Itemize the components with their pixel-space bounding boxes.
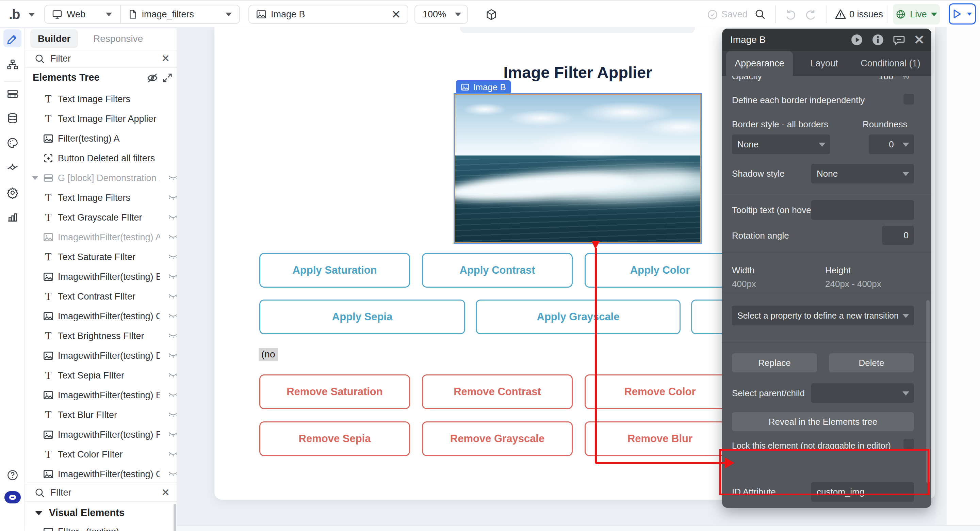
platform-select[interactable]: Web <box>67 9 86 20</box>
apply-button[interactable]: Apply Sepia <box>259 300 465 334</box>
tree-item[interactable]: T ImagewithFilter(testing) F <box>25 425 177 445</box>
apply-button[interactable]: Apply Contrast <box>422 253 573 288</box>
apply-button[interactable]: Apply Grayscale <box>476 300 681 334</box>
replace-button[interactable]: Replace <box>732 353 817 372</box>
apply-button[interactable]: Apply Color <box>585 253 735 288</box>
reveal-button[interactable]: Reveal in the Elements tree <box>732 412 914 431</box>
lock-checkbox[interactable] <box>904 439 914 449</box>
sidebar-item-design[interactable] <box>3 29 21 47</box>
tree-item[interactable]: T Text Grayscale FIlter <box>25 207 177 227</box>
tree-item[interactable]: T Text Image Filter Applier <box>25 109 177 129</box>
clear-filter-icon[interactable]: ✕ <box>161 53 170 64</box>
page-chevron-down-icon[interactable] <box>226 13 232 16</box>
define-border-checkbox[interactable] <box>904 94 914 105</box>
hide-all-eye-icon[interactable] <box>146 72 159 84</box>
partial-palette-item[interactable]: FIlter...(testing) <box>25 526 177 531</box>
avatar[interactable] <box>5 491 21 504</box>
sidebar-item-plugins[interactable] <box>3 158 21 176</box>
closed-eye-icon[interactable] <box>167 192 177 203</box>
sidebar-item-data[interactable] <box>3 109 21 127</box>
tree-item[interactable]: T ImagewithFilter(testing) A <box>25 227 177 247</box>
closed-eye-icon[interactable] <box>167 311 177 321</box>
caret-down-icon[interactable] <box>32 176 38 180</box>
remove-button[interactable]: Remove Saturation <box>259 375 410 409</box>
delete-button[interactable]: Delete <box>829 353 914 372</box>
close-icon[interactable]: ✕ <box>391 8 401 21</box>
roundness-dropdown[interactable]: 0 <box>869 134 914 154</box>
panel-header[interactable]: Image B ✕ <box>722 29 931 51</box>
zoom-selector[interactable]: 100% <box>414 5 468 24</box>
tree-item[interactable]: T Text Contrast FIlter <box>25 287 177 306</box>
tree-item[interactable]: T Text Image Filters <box>25 89 177 109</box>
remove-button[interactable]: Remove Color <box>585 375 735 409</box>
tab-responsive[interactable]: Responsive <box>93 29 143 48</box>
expand-tree-icon[interactable] <box>162 72 173 83</box>
remove-button[interactable]: Remove Sepia <box>259 421 410 456</box>
closed-eye-icon[interactable] <box>167 212 177 222</box>
closed-eye-icon[interactable] <box>167 350 177 360</box>
search-icon[interactable] <box>754 8 766 21</box>
closed-eye-icon[interactable] <box>167 330 177 341</box>
tab-conditional[interactable]: Conditional (1) <box>855 51 926 76</box>
closed-eye-icon[interactable] <box>167 252 177 262</box>
closed-eye-icon[interactable] <box>167 429 177 439</box>
sidebar-item-help[interactable] <box>3 466 21 484</box>
tree-item[interactable]: T Text Image Filters <box>25 188 177 207</box>
sidebar-item-styles[interactable] <box>3 134 21 152</box>
tree-item[interactable]: T ImagewithFilter(testing) C <box>25 306 177 326</box>
closed-eye-icon[interactable] <box>167 390 177 400</box>
remove-button[interactable]: Remove Grayscale <box>422 421 573 456</box>
closed-eye-icon[interactable] <box>167 172 177 183</box>
canvas-scroll-gutter[interactable] <box>936 27 947 531</box>
redo-icon[interactable] <box>804 8 817 21</box>
tree-item[interactable]: T Text Sepia FIlter <box>25 365 177 385</box>
tree-item[interactable]: T Text Saturate FIlter <box>25 247 177 267</box>
tab-layout[interactable]: Layout <box>804 51 845 76</box>
tree-item[interactable]: T Text Blur FIlter <box>25 405 177 425</box>
shadow-style-dropdown[interactable]: None <box>811 164 914 183</box>
sidebar-item-settings[interactable] <box>3 183 21 201</box>
page-select[interactable]: image_filters <box>142 9 194 20</box>
remove-button[interactable]: Remove Blur <box>585 421 735 456</box>
tooltip-input[interactable] <box>811 200 914 220</box>
tree-item[interactable]: T ImagewithFilter(testing) B <box>25 267 177 287</box>
cube-icon[interactable] <box>485 8 498 21</box>
closed-eye-icon[interactable] <box>167 271 177 282</box>
close-icon[interactable]: ✕ <box>914 33 924 46</box>
scrollbar-thumb[interactable] <box>173 504 176 531</box>
run-button[interactable] <box>949 3 976 24</box>
closed-eye-icon[interactable] <box>167 410 177 420</box>
closed-eye-icon[interactable] <box>167 469 177 479</box>
live-dropdown[interactable]: Live <box>893 4 940 24</box>
tab-appearance[interactable]: Appearance <box>726 51 793 76</box>
tree-item[interactable]: T Text Brightness FIlter <box>25 326 177 346</box>
comment-icon[interactable] <box>892 33 905 46</box>
tab-builder[interactable]: Builder <box>30 29 78 48</box>
platform-chevron-down-icon[interactable] <box>106 13 112 16</box>
tree-item[interactable]: T ImagewithFilter(testing) D <box>25 346 177 365</box>
border-style-dropdown[interactable]: None <box>732 134 830 154</box>
clear-filter-icon[interactable]: ✕ <box>161 486 170 498</box>
tree-item[interactable]: T Text Color FIlter <box>25 445 177 464</box>
tree-item[interactable]: T ImagewithFilter(testing) E <box>25 385 177 405</box>
tree-item[interactable]: T ImagewithFilter(testing) G <box>25 464 177 484</box>
palette-filter-input[interactable]: FIlter ✕ <box>25 484 177 501</box>
sidebar-item-backend[interactable] <box>3 85 21 103</box>
rotation-input[interactable]: 0 <box>882 226 914 245</box>
closed-eye-icon[interactable] <box>167 291 177 301</box>
tree-item[interactable]: T Filter(testing) A <box>25 129 177 148</box>
transition-dropdown[interactable]: Select a property to define a new transi… <box>732 306 914 325</box>
closed-eye-icon[interactable] <box>167 449 177 459</box>
tree-item[interactable]: T Button Deleted all filters <box>25 148 177 168</box>
sidebar-item-logs[interactable] <box>3 208 21 226</box>
element-tab[interactable]: Image B ✕ <box>248 5 408 24</box>
undo-icon[interactable] <box>785 8 797 21</box>
remove-button[interactable]: Remove Contrast <box>422 375 573 409</box>
apply-button[interactable]: Apply Saturation <box>259 253 410 288</box>
elements-filter-input[interactable]: Filter ✕ <box>25 50 177 67</box>
logo-chevron-down-icon[interactable] <box>29 13 35 17</box>
closed-eye-icon[interactable] <box>167 232 177 242</box>
sidebar-item-workflow[interactable] <box>3 56 21 73</box>
parent-child-dropdown[interactable] <box>811 383 914 403</box>
ocean-wave-image[interactable] <box>455 94 701 243</box>
